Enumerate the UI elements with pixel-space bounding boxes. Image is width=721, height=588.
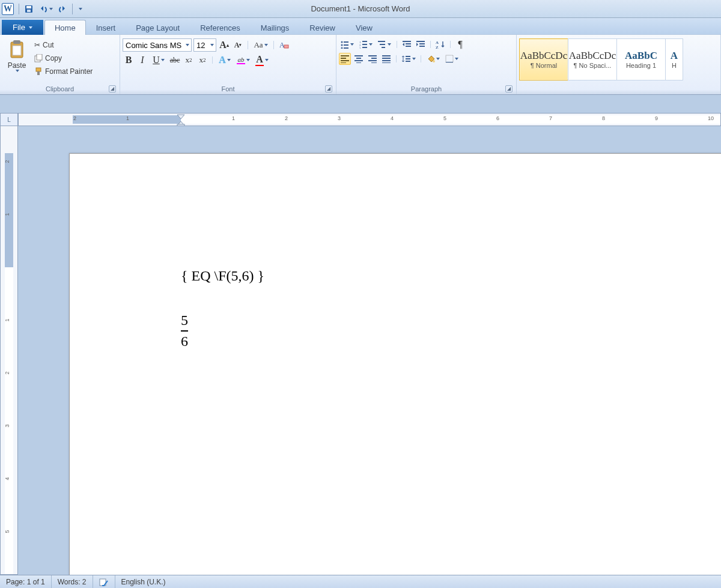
svg-rect-38 (341, 62, 346, 63)
decrease-indent-button[interactable] (401, 38, 413, 50)
svg-rect-35 (341, 55, 349, 56)
paint-bucket-icon (427, 55, 435, 63)
svg-rect-45 (368, 60, 377, 61)
font-color-button[interactable]: A (254, 54, 270, 66)
borders-button[interactable] (443, 53, 460, 65)
tab-review[interactable]: Review (299, 20, 345, 35)
line-spacing-button[interactable] (400, 53, 417, 65)
superscript-button[interactable]: x2 (196, 54, 208, 66)
style-no-spacing[interactable]: AaBbCcDc ¶ No Spaci... (568, 38, 617, 80)
underline-button[interactable]: U (150, 54, 167, 66)
show-marks-button[interactable]: ¶ (454, 38, 466, 50)
field-code-text[interactable]: { EQ \F(5,6) } (181, 268, 264, 284)
tab-insert[interactable]: Insert (86, 20, 126, 35)
fraction-output[interactable]: 5 6 (181, 312, 188, 350)
sort-button[interactable]: AZ (434, 38, 446, 50)
window-title: Document1 - Microsoft Word (0, 4, 721, 13)
svg-rect-44 (371, 58, 377, 59)
shrink-font-button[interactable]: A▾ (232, 39, 244, 51)
italic-button[interactable]: I (136, 54, 148, 66)
svg-text:Z: Z (436, 45, 439, 49)
text-effects-button[interactable]: A (216, 54, 233, 66)
styles-group-label (519, 83, 718, 94)
svg-rect-52 (406, 58, 410, 59)
qat-customize-button[interactable] (76, 2, 84, 16)
highlight-button[interactable]: ab (235, 54, 252, 66)
scissors-icon: ✂ (34, 41, 40, 49)
style-normal[interactable]: AaBbCcDc ¶ Normal (519, 38, 568, 80)
ruler-tick: 4 (391, 115, 394, 121)
grow-font-button[interactable]: A▴ (218, 39, 230, 51)
tab-view[interactable]: View (345, 20, 383, 35)
status-language[interactable]: English (U.K.) (115, 575, 172, 588)
tab-page-layout[interactable]: Page Layout (126, 20, 190, 35)
font-size-combo[interactable]: 12 (193, 38, 216, 52)
shading-button[interactable] (425, 53, 442, 65)
status-words[interactable]: Words: 2 (52, 575, 93, 588)
svg-point-14 (341, 44, 343, 46)
svg-rect-31 (419, 43, 425, 44)
file-tab[interactable]: File (2, 20, 43, 35)
svg-rect-5 (13, 46, 21, 55)
style-preview: AaBbC (625, 50, 657, 62)
cut-button[interactable]: ✂ Cut (31, 38, 96, 52)
style-name: Heading 1 (626, 62, 656, 69)
undo-icon (38, 4, 48, 14)
paste-button[interactable]: Paste (2, 36, 31, 72)
subscript-button[interactable]: x2 (183, 54, 195, 66)
change-case-button[interactable]: Aa (252, 39, 270, 51)
paragraph-dialog-launcher[interactable]: ◢ (505, 85, 513, 92)
group-paragraph: 123 AZ ¶ (336, 35, 517, 94)
multilevel-list-button[interactable] (376, 38, 393, 50)
ruler-tick: 1 (232, 115, 235, 121)
strikethrough-button[interactable]: abc (169, 54, 181, 66)
redo-button[interactable] (56, 2, 69, 16)
bold-button[interactable]: B (123, 54, 135, 66)
svg-rect-11 (284, 45, 288, 48)
copy-icon (34, 54, 43, 62)
undo-button[interactable] (37, 2, 55, 16)
align-center-button[interactable] (353, 53, 365, 65)
fraction-bar (181, 330, 188, 332)
style-heading-1[interactable]: AaBbC Heading 1 (616, 38, 666, 80)
svg-text:A: A (436, 40, 439, 45)
svg-rect-47 (382, 55, 391, 56)
clipboard-dialog-launcher[interactable]: ◢ (109, 85, 116, 92)
tab-references[interactable]: References (190, 20, 250, 35)
svg-rect-56 (446, 62, 453, 62)
font-group-label: Font (221, 85, 234, 92)
style-heading-2[interactable]: A H (665, 38, 683, 80)
copy-button[interactable]: Copy (31, 52, 96, 65)
justify-icon (382, 55, 391, 63)
tab-home[interactable]: Home (44, 20, 86, 35)
status-page[interactable]: Page: 1 of 1 (0, 575, 52, 588)
ribbon-tabs: File Home Insert Page Layout References … (0, 18, 721, 35)
numbering-button[interactable]: 123 (357, 38, 374, 50)
style-name: ¶ No Spaci... (574, 62, 612, 69)
clear-formatting-button[interactable]: A (278, 39, 290, 51)
status-proofing[interactable] (93, 575, 115, 588)
increase-indent-button[interactable] (415, 38, 427, 50)
increase-indent-icon (416, 40, 425, 49)
justify-button[interactable] (380, 53, 392, 65)
tab-mailings[interactable]: Mailings (251, 20, 300, 35)
align-left-button[interactable] (339, 53, 351, 65)
clipboard-group-label: Clipboard (46, 85, 74, 92)
font-dialog-launcher[interactable]: ◢ (325, 85, 332, 92)
font-family-value: Comic Sans MS (126, 41, 181, 50)
vertical-ruler[interactable]: 2112345678 (0, 126, 18, 575)
ruler-tick: 1 (4, 213, 10, 216)
tab-selector[interactable]: L (0, 113, 18, 126)
format-painter-button[interactable]: Format Painter (31, 65, 96, 78)
format-painter-label: Format Painter (45, 67, 93, 76)
svg-rect-19 (362, 41, 367, 42)
highlight-glyph: ab (238, 56, 245, 63)
save-button[interactable] (22, 2, 35, 16)
align-right-button[interactable] (367, 53, 379, 65)
bullets-button[interactable] (339, 38, 356, 50)
horizontal-ruler[interactable]: 211234567891011 (18, 113, 721, 126)
indent-marker-icon[interactable] (177, 114, 185, 126)
page-content[interactable]: { EQ \F(5,6) } 5 6 (181, 268, 264, 350)
font-family-combo[interactable]: Comic Sans MS (123, 38, 192, 52)
document-viewport[interactable]: { EQ \F(5,6) } 5 6 (18, 126, 721, 575)
